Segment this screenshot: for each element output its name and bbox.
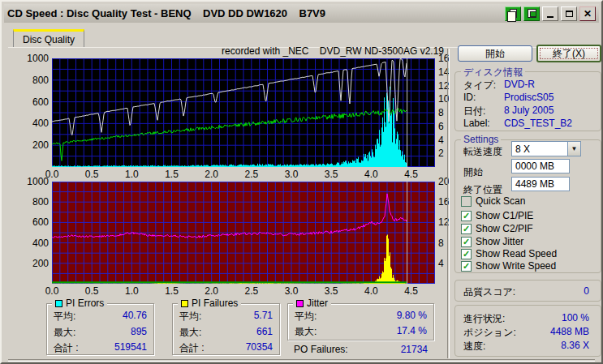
floppy-icon (528, 9, 536, 18)
stat-row: 合計 :70354 (179, 341, 273, 353)
stat-row: 平均:9.80 % (295, 310, 427, 322)
copy-icon[interactable] (505, 6, 521, 21)
checkbox-show-read-speed[interactable]: ✓Show Read Speed (461, 248, 557, 259)
tab-disc-quality[interactable]: Disc Quality (13, 29, 84, 48)
stat-row: 最大:17.4 % (295, 325, 427, 337)
checkbox-show-c1-pie[interactable]: ✓Show C1/PIE (461, 210, 533, 221)
tab-label: Disc Quality (23, 34, 75, 45)
position-label: ポジション: (463, 326, 516, 340)
axis-tick: 2.5 (240, 169, 263, 180)
checkbox-show-write-speed[interactable]: ✓Show Write Speed (461, 260, 556, 272)
bottom-divider (8, 359, 595, 362)
axis-tick: 0.5 (80, 285, 103, 297)
progress-group: 進行状況: 100 % ポジション: 4488 MB 速度: 8.36 X (454, 305, 601, 357)
start-position-input[interactable]: 0000 MB (511, 159, 570, 173)
quality-score-value: 0 (584, 285, 589, 297)
disc-info-value: ProdiscS05 (504, 92, 553, 103)
exit-button-focus: 終了(X) (540, 48, 598, 59)
start-button[interactable]: 開始 (458, 45, 532, 62)
stat-row: 合計 :519541 (54, 341, 147, 353)
start-pos-label: 開始 (463, 165, 483, 179)
window-title: CD Speed : Disc Quality Test - BENQ DVD … (7, 7, 502, 19)
axis-tick: 600 (11, 96, 49, 108)
quality-chart-top: 10008006004002001614121086420.00.51.01.5… (52, 58, 435, 167)
checkbox-show-jitter[interactable]: ✓Show Jitter (461, 236, 523, 247)
axis-tick: 2.0 (200, 169, 223, 180)
checkbox-icon: ✓ (461, 249, 472, 259)
maximize-button[interactable] (561, 6, 577, 21)
recorded-with-label: recorded with _NEC DVD_RW ND-3500AG v2.1… (164, 45, 444, 57)
speed-value: 8.36 X (561, 340, 589, 351)
disc-info-label: タイプ: (463, 79, 496, 92)
disc-info-label: Label: (463, 118, 490, 129)
copy-doc-icon (510, 9, 517, 18)
progress-label: 進行状況: (463, 312, 505, 326)
position-value: 4488 MB (550, 326, 589, 337)
chevron-down-icon[interactable]: ▼ (567, 142, 580, 156)
speed-select[interactable]: 8 X ▼ (511, 141, 581, 156)
axis-tick: 1000 (11, 53, 49, 64)
exit-button[interactable]: 終了(X) (536, 45, 601, 62)
po-failures-row: PO Failures: 21734 (294, 344, 428, 356)
save-icon[interactable] (523, 6, 540, 21)
quality-score-label: 品質スコア: (463, 285, 515, 299)
axis-tick: 3.0 (280, 285, 303, 297)
jitter-group: Jitter 平均:9.80 % 最大:17.4 % (287, 303, 434, 340)
axis-tick: 800 (11, 196, 49, 208)
checkbox-icon: ✓ (461, 211, 472, 221)
axis-tick: 0.0 (41, 285, 63, 297)
axis-tick: 400 (11, 118, 49, 129)
minimize-button[interactable] (542, 6, 558, 21)
pi-errors-title: PI Errors (52, 298, 107, 309)
axis-tick: 0.5 (80, 169, 103, 180)
axis-tick: 4.5 (400, 169, 423, 180)
disc-info-group: ディスク情報 タイプ: DVD-R ID: ProdiscS05 日付: 8 J… (454, 71, 601, 131)
titlebar: CD Speed : Disc Quality Test - BENQ DVD … (4, 4, 599, 23)
stat-row: 平均:5.71 (179, 310, 273, 322)
stat-row: 最大:661 (179, 326, 273, 338)
quality-score-group: 品質スコア: 0 (454, 280, 601, 302)
app-window: CD Speed : Disc Quality Test - BENQ DVD … (0, 0, 603, 364)
pi-failures-group: PI Failures 平均:5.71 最大:661 合計 :70354 (172, 303, 280, 355)
checkbox-quick-scan[interactable]: Quick Scan (461, 195, 525, 207)
minimize-icon (547, 16, 553, 18)
speed-label2: 速度: (463, 340, 485, 353)
axis-tick: 600 (11, 216, 49, 228)
axis-tick: 4.0 (360, 285, 382, 297)
disc-info-label: ID: (463, 92, 476, 103)
axis-tick: 2.5 (240, 285, 263, 297)
axis-tick: 3.0 (280, 169, 303, 180)
checkbox-icon: ✓ (461, 261, 472, 272)
jitter-swatch-icon (296, 300, 304, 307)
axis-tick: 200 (11, 139, 49, 151)
axis-tick: 3.5 (320, 169, 342, 180)
axis-tick: 4.5 (400, 285, 423, 297)
axis-tick: 4.0 (360, 169, 382, 180)
panel-divider (447, 49, 450, 358)
jitter-title: Jitter (293, 298, 331, 309)
close-icon: ✕ (584, 8, 592, 19)
checkbox-icon: ✓ (461, 237, 472, 247)
axis-tick: 800 (11, 75, 49, 86)
stat-row: 最大:895 (54, 326, 147, 338)
axis-tick: 2.0 (200, 285, 223, 297)
axis-tick: 1000 (11, 176, 49, 187)
axis-tick: 200 (11, 258, 49, 269)
axis-tick: 400 (11, 238, 49, 249)
checkbox-show-c2-pif[interactable]: ✓Show C2/PIF (461, 223, 533, 234)
close-button[interactable]: ✕ (579, 6, 596, 21)
pi-errors-group: PI Errors 平均:40.76 最大:895 合計 :519541 (46, 303, 154, 355)
disc-info-title: ディスク情報 (461, 66, 525, 79)
checkbox-icon (461, 196, 472, 207)
pi-failures-title: PI Failures (178, 298, 241, 309)
axis-tick: 1.5 (161, 285, 183, 297)
settings-title: Settings (461, 134, 501, 145)
axis-tick: 1.5 (161, 169, 183, 180)
speed-label: 転送速度 (463, 145, 502, 159)
disc-info-value: 8 July 2005 (504, 105, 553, 116)
maximize-icon (566, 11, 573, 17)
quality-chart-bottom: 1000800600400200201612840.00.51.01.52.02… (52, 182, 435, 284)
pi-failures-swatch-icon (181, 300, 188, 307)
axis-tick: 3.5 (320, 285, 342, 297)
end-position-input[interactable]: 4489 MB (511, 177, 570, 191)
